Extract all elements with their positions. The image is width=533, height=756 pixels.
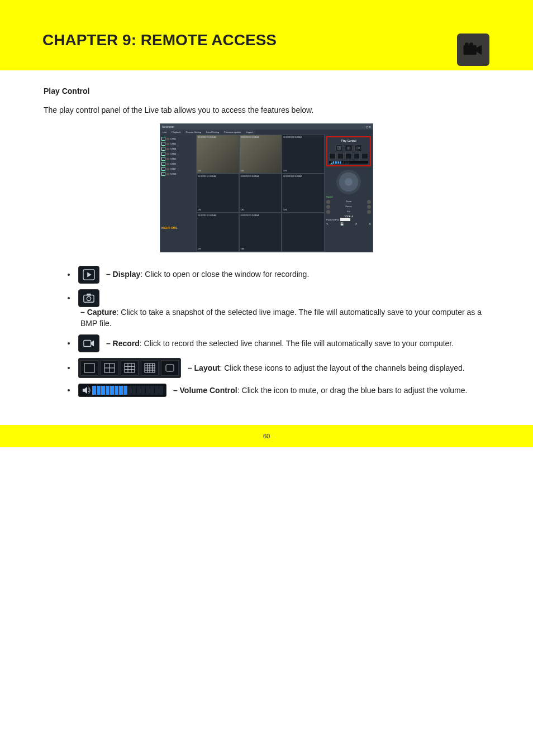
svg-rect-15 bbox=[84, 341, 91, 347]
svg-point-2 bbox=[465, 42, 469, 46]
svg-rect-12 bbox=[84, 295, 94, 303]
sidebar-item-ch08[interactable]: CH08 bbox=[161, 172, 195, 176]
list-item: – Layout: Click these icons to adjust th… bbox=[76, 358, 489, 378]
speaker-icon: 🔊 bbox=[330, 161, 332, 164]
display-button[interactable] bbox=[335, 145, 343, 151]
svg-rect-21 bbox=[125, 363, 135, 372]
video-tile: 01/12/2012 02:15:03 AMCH5 bbox=[239, 174, 282, 213]
layout-text: Click these icons to adjust the layout o… bbox=[224, 363, 464, 372]
list-item: – Volume Control: Click the icon to mute… bbox=[76, 384, 489, 397]
capture-icon bbox=[78, 289, 99, 307]
svg-marker-16 bbox=[91, 341, 94, 347]
layout-2x2-button[interactable] bbox=[337, 153, 344, 159]
sidebar-item-ch03[interactable]: CH03 bbox=[161, 147, 195, 151]
layout-3x3-button[interactable] bbox=[345, 153, 352, 159]
tab-live[interactable]: Live bbox=[160, 130, 169, 135]
layout-9-icon bbox=[121, 360, 139, 376]
video-grid: 01/12/2012 02:15:03 AMCH1 01/12/2012 02:… bbox=[196, 135, 325, 252]
zoom-label: Zoom bbox=[346, 200, 351, 203]
chapter-title: CHAPTER 9: REMOTE ACCESS bbox=[42, 31, 277, 49]
tab-playback[interactable]: Playback bbox=[169, 130, 183, 135]
svg-marker-34 bbox=[83, 387, 87, 394]
sidebar-item-ch04[interactable]: CH04 bbox=[161, 152, 195, 156]
tab-logout[interactable]: Logout bbox=[244, 130, 255, 135]
iris-plus[interactable] bbox=[367, 210, 371, 214]
record-text: Click to record the selected live channe… bbox=[144, 339, 454, 348]
intro-text: The play control panel of the Live tab a… bbox=[44, 105, 489, 116]
layout-16-icon bbox=[141, 360, 159, 376]
display-icon bbox=[78, 266, 99, 284]
capture-button[interactable] bbox=[345, 145, 353, 151]
focus-plus[interactable] bbox=[367, 205, 371, 209]
focus-minus[interactable] bbox=[326, 205, 330, 209]
ptz-panel: Speed Zoom Focus Iris TOTAL:0 Pan&Tilt P… bbox=[326, 170, 371, 226]
display-label: – Display bbox=[106, 270, 140, 279]
display-text: Click to open or close the window for re… bbox=[145, 270, 309, 279]
video-tile: 01/12/2012 02:15:03 AMCH7 bbox=[196, 213, 239, 252]
zoom-minus[interactable] bbox=[326, 200, 330, 204]
record-button[interactable] bbox=[354, 145, 362, 151]
sidebar-item-ch07[interactable]: CH07 bbox=[161, 167, 195, 171]
sidebar-item-ch02[interactable]: CH02 bbox=[161, 142, 195, 146]
clear-icon[interactable]: ✕ bbox=[369, 222, 371, 226]
list-item: – Record: Click to record the selected l… bbox=[76, 334, 489, 352]
volume-bar bbox=[78, 384, 166, 397]
window-controls-icon: – ◻ ✕ bbox=[363, 125, 371, 129]
cursor-icon[interactable]: ↖ bbox=[326, 222, 329, 226]
sidebar-item-ch06[interactable]: CH06 bbox=[161, 162, 195, 166]
layout-full-button[interactable] bbox=[361, 153, 368, 159]
page-footer: 60 bbox=[0, 425, 533, 447]
volume-label: – Volume Control bbox=[173, 386, 237, 395]
svg-point-7 bbox=[348, 148, 349, 149]
volume-text: Click the icon to mute, or drag the blue… bbox=[242, 386, 468, 395]
app-screenshot: Netviewer – ◻ ✕ Live Playback Remote Set… bbox=[44, 123, 489, 252]
video-tile: 01/12/2012 02:15:03 AMCH6 bbox=[282, 174, 325, 213]
sidebar-item-ch01[interactable]: CH01 bbox=[161, 137, 195, 141]
iris-label: Iris bbox=[347, 210, 350, 213]
focus-label: Focus bbox=[346, 205, 352, 208]
window-title: Netviewer bbox=[162, 125, 174, 129]
svg-marker-11 bbox=[87, 272, 91, 277]
svg-point-3 bbox=[469, 42, 473, 46]
svg-rect-8 bbox=[357, 147, 359, 149]
play-control-title: Play Control bbox=[329, 139, 368, 143]
list-item: – Capture: Click to take a snapshot of t… bbox=[76, 289, 489, 329]
layout-fullscreen-icon bbox=[161, 360, 179, 376]
pantilt-select[interactable] bbox=[340, 218, 350, 221]
layout-icons bbox=[78, 358, 181, 378]
video-tile: 01/12/2012 02:15:03 AMCH2 bbox=[239, 135, 282, 174]
svg-rect-13 bbox=[87, 294, 91, 296]
video-tile: 01/12/2012 02:15:03 AMCH8 bbox=[239, 213, 282, 252]
ptz-wheel[interactable] bbox=[336, 170, 361, 194]
tab-firmware-update[interactable]: Firmware update bbox=[222, 130, 243, 135]
speaker-icon bbox=[82, 386, 92, 395]
svg-marker-1 bbox=[477, 45, 482, 55]
chapter-header: CHAPTER 9: REMOTE ACCESS bbox=[0, 25, 533, 70]
sidebar-item-ch05[interactable]: CH05 bbox=[161, 157, 195, 161]
page-number: 60 bbox=[263, 433, 270, 439]
layout-4-icon bbox=[101, 360, 118, 376]
pantilt-label: Pan&Tilt Pos bbox=[326, 218, 339, 222]
capture-label: – Capture bbox=[80, 308, 117, 317]
camera-icon bbox=[457, 34, 489, 66]
zoom-plus[interactable] bbox=[367, 200, 371, 204]
layout-1x1-button[interactable] bbox=[329, 153, 336, 159]
play-control-panel: Play Control bbox=[326, 136, 371, 166]
iris-minus[interactable] bbox=[326, 210, 330, 214]
layout-1-icon bbox=[80, 360, 98, 376]
speed-label: Speed bbox=[326, 195, 371, 199]
section-heading: Play Control bbox=[44, 86, 489, 97]
tab-local-setting[interactable]: Local Setting bbox=[204, 130, 221, 135]
svg-rect-33 bbox=[166, 365, 174, 371]
video-tile bbox=[282, 213, 325, 252]
refresh-icon[interactable]: ⟳ bbox=[355, 222, 357, 226]
feature-list: – Display: Click to open or close the wi… bbox=[44, 266, 489, 397]
save-icon[interactable]: 💾 bbox=[340, 222, 344, 226]
video-tile: 01/12/2012 02:15:03 AMCH3 bbox=[282, 135, 325, 174]
volume-mini[interactable]: 🔊 bbox=[329, 161, 368, 164]
right-panel: Play Control bbox=[325, 135, 373, 252]
svg-marker-5 bbox=[339, 147, 340, 149]
tab-remote-setting[interactable]: Remote Setting bbox=[184, 130, 204, 135]
layout-4x4-button[interactable] bbox=[354, 153, 360, 159]
layout-label: – Layout bbox=[188, 363, 220, 372]
